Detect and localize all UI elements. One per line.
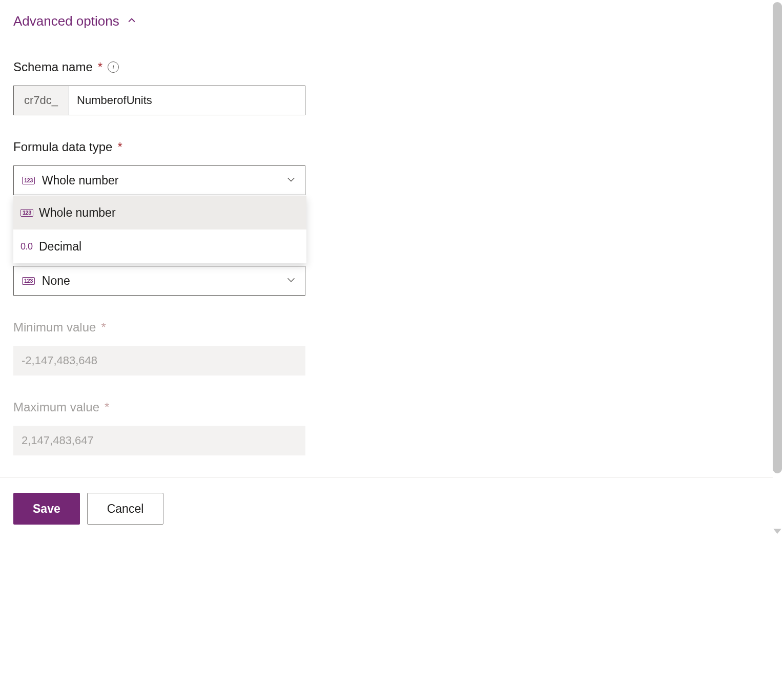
schema-name-label: Schema name: [13, 60, 93, 74]
maximum-value-text: 2,147,483,647: [22, 434, 94, 447]
minimum-value-field: Minimum value * -2,147,483,648: [13, 320, 750, 376]
format-select[interactable]: 123 None: [13, 266, 305, 296]
advanced-options-label: Advanced options: [13, 13, 119, 29]
required-indicator: *: [101, 320, 106, 335]
minimum-value-label: Minimum value: [13, 320, 96, 335]
schema-prefix: cr7dc_: [14, 86, 69, 115]
chevron-down-icon: [285, 274, 297, 287]
scrollbar-down-arrow-icon[interactable]: [773, 529, 781, 534]
scrollbar[interactable]: [772, 0, 783, 533]
option-label: Whole number: [39, 206, 116, 220]
schema-name-input[interactable]: [69, 86, 305, 115]
whole-number-icon: 123: [22, 277, 35, 285]
advanced-options-toggle[interactable]: Advanced options: [13, 13, 750, 29]
maximum-value-field: Maximum value * 2,147,483,647: [13, 400, 750, 455]
footer-divider: [0, 477, 773, 478]
schema-name-input-group: cr7dc_: [13, 86, 305, 115]
option-decimal[interactable]: 0.0 Decimal: [13, 230, 306, 263]
maximum-value-label: Maximum value: [13, 400, 99, 414]
decimal-icon: 0.0: [20, 241, 39, 252]
minimum-value-text: -2,147,483,648: [22, 354, 97, 367]
cancel-button[interactable]: Cancel: [87, 493, 164, 525]
required-indicator: *: [105, 400, 109, 414]
option-whole-number[interactable]: 123 Whole number: [13, 196, 306, 230]
option-label: Decimal: [39, 240, 81, 254]
chevron-down-icon: [285, 174, 297, 187]
whole-number-icon: 123: [20, 209, 39, 217]
formula-data-type-label: Formula data type: [13, 140, 112, 154]
footer-actions: Save Cancel: [13, 493, 163, 525]
required-indicator: *: [117, 140, 122, 154]
scrollbar-thumb[interactable]: [773, 2, 782, 473]
formula-data-type-value: Whole number: [42, 174, 285, 187]
maximum-value-input: 2,147,483,647: [13, 426, 305, 455]
schema-name-field: Schema name * i cr7dc_: [13, 60, 750, 115]
whole-number-icon: 123: [22, 177, 35, 184]
required-indicator: *: [98, 60, 102, 74]
format-value: None: [42, 274, 285, 288]
minimum-value-input: -2,147,483,648: [13, 346, 305, 376]
formula-data-type-select[interactable]: 123 Whole number 123 Whole number 0.0 De…: [13, 165, 305, 195]
chevron-up-icon: [127, 13, 137, 29]
info-icon[interactable]: i: [108, 61, 119, 73]
formula-data-type-field: Formula data type * 123 Whole number 123…: [13, 140, 750, 195]
save-button[interactable]: Save: [13, 493, 80, 525]
formula-data-type-dropdown: 123 Whole number 0.0 Decimal: [13, 196, 306, 263]
